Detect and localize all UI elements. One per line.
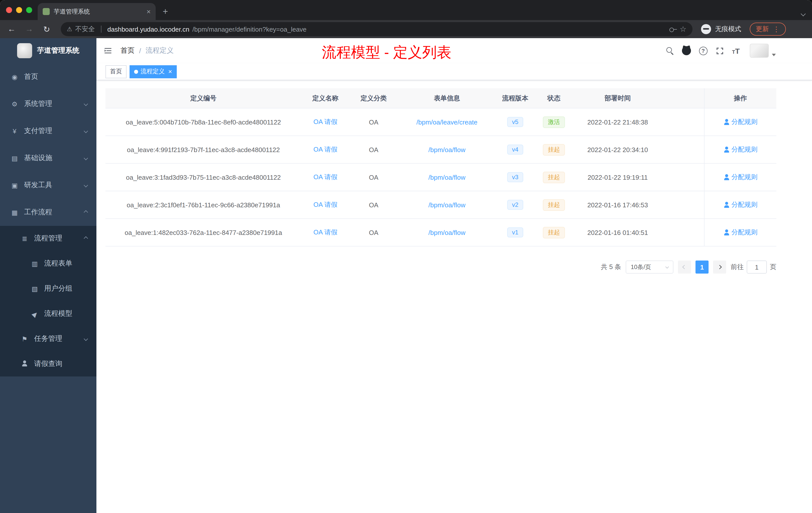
- password-key-icon[interactable]: [669, 25, 677, 33]
- flag-icon: ⚑: [20, 335, 29, 342]
- pagination: 共 5 条 10条/页 1 前往 页: [106, 261, 776, 274]
- user-icon: [723, 174, 729, 180]
- user-icon: [723, 119, 729, 125]
- github-icon[interactable]: [682, 46, 691, 55]
- main-area: 首页 / 流程定义 流程模型 - 定义列表 ? TT: [96, 38, 812, 513]
- help-icon[interactable]: ?: [699, 47, 707, 55]
- browser-toolbar: ← → ↻ ⚠ 不安全 dashboard.yudao.iocoder.cn /…: [0, 20, 812, 38]
- breadcrumb-home[interactable]: 首页: [120, 46, 135, 55]
- bookmark-star-icon[interactable]: ☆: [680, 25, 687, 34]
- minimize-window-button[interactable]: [16, 7, 22, 13]
- forward-button[interactable]: →: [24, 25, 35, 34]
- address-bar[interactable]: ⚠ 不安全 dashboard.yudao.iocoder.cn /bpm/ma…: [61, 22, 693, 36]
- workflow-submenu: ≣ 流程管理 ▥ 流程表单 ▧ 用户分组 ▶ 流程模型 ⚑: [0, 226, 96, 376]
- column-header: 定义分类: [349, 88, 398, 108]
- deploy-time-cell: 2022-01-22 21:48:38: [574, 109, 662, 135]
- sidebar: 芋道管理系统 ◉ 首页 ⚙ 系统管理 ¥ 支付管理 ▤ 基础设施: [0, 38, 96, 513]
- status-badge: 激活: [543, 116, 565, 128]
- toolbox-icon: ▣: [10, 181, 19, 189]
- reload-button[interactable]: ↻: [41, 24, 52, 34]
- close-window-button[interactable]: [6, 7, 12, 13]
- yen-icon: ¥: [10, 127, 19, 135]
- deploy-time-cell: 2022-01-22 20:34:10: [574, 136, 662, 163]
- page-1-button[interactable]: 1: [696, 261, 708, 274]
- assign-rule-link[interactable]: 分配规则: [723, 173, 757, 182]
- definition-name-link[interactable]: OA 请假: [313, 200, 337, 209]
- hamburger-icon[interactable]: [104, 46, 113, 55]
- window-controls: [6, 7, 32, 13]
- security-label[interactable]: 不安全: [75, 25, 95, 34]
- breadcrumb: 首页 / 流程定义: [120, 46, 174, 55]
- browser-menu-icon[interactable]: ⋮: [773, 25, 780, 33]
- form-info-link[interactable]: /bpm/oa/flow: [428, 174, 465, 181]
- tab-search-chevron-icon[interactable]: [802, 8, 805, 18]
- assign-rule-link[interactable]: 分配规则: [723, 200, 757, 209]
- font-size-icon[interactable]: TT: [732, 47, 740, 55]
- sidebar-item-user-group[interactable]: ▧ 用户分组: [0, 276, 96, 301]
- column-header: 定义名称: [301, 88, 349, 108]
- version-badge: v5: [507, 117, 523, 127]
- sidebar-logo[interactable]: 芋道管理系统: [0, 38, 96, 63]
- form-info-link[interactable]: /bpm/oa/flow: [428, 229, 465, 236]
- table-row: oa_leave:4:991f2193-7b7f-11ec-a3c8-acde4…: [106, 136, 776, 163]
- form-info-link[interactable]: /bpm/oa/flow: [428, 201, 465, 209]
- sidebar-item-dev-tools[interactable]: ▣ 研发工具: [0, 172, 96, 199]
- tag-close-icon[interactable]: ×: [168, 68, 172, 75]
- fullscreen-icon[interactable]: [715, 47, 724, 55]
- tab-title: 芋道管理系统: [54, 7, 143, 16]
- sidebar-item-payment-management[interactable]: ¥ 支付管理: [0, 117, 96, 145]
- sidebar-item-infrastructure[interactable]: ▤ 基础设施: [0, 145, 96, 172]
- form-info-link[interactable]: /bpm/oa/leave/create: [416, 118, 477, 126]
- tag-home[interactable]: 首页: [106, 65, 126, 78]
- browser-tab[interactable]: 芋道管理系统 ×: [38, 3, 156, 20]
- goto-page-input[interactable]: [747, 261, 767, 274]
- page-size-select[interactable]: 10条/页: [626, 261, 673, 274]
- status-badge: 挂起: [543, 227, 565, 238]
- navbar-actions: ? TT: [666, 44, 776, 58]
- form-info-link[interactable]: /bpm/oa/flow: [428, 146, 465, 153]
- definition-name-link[interactable]: OA 请假: [313, 173, 337, 182]
- tag-process-definition[interactable]: 流程定义 ×: [129, 65, 176, 78]
- logo-avatar: [17, 43, 32, 58]
- goto-suffix: 页: [770, 263, 776, 272]
- definition-name-link[interactable]: OA 请假: [313, 228, 337, 237]
- sidebar-item-process-management[interactable]: ≣ 流程管理: [0, 226, 96, 251]
- browser-update-button[interactable]: 更新 ⋮: [750, 23, 786, 36]
- sidebar-item-process-form[interactable]: ▥ 流程表单: [0, 251, 96, 276]
- prev-page-button[interactable]: [678, 261, 691, 274]
- definition-category-cell: OA: [349, 109, 398, 135]
- sidebar-item-process-model[interactable]: ▶ 流程模型: [0, 301, 96, 326]
- back-button[interactable]: ←: [6, 25, 17, 34]
- chevron-down-icon: [84, 337, 88, 341]
- goto-page: 前往 页: [731, 261, 776, 274]
- column-header: 操作: [704, 88, 776, 108]
- chevron-down-icon: [84, 156, 88, 160]
- definition-name-link[interactable]: OA 请假: [313, 145, 337, 154]
- definition-table: 定义编号 定义名称 定义分类 表单信息 流程版本 状态 部署时间 操作 oa_l…: [106, 88, 776, 246]
- sidebar-item-leave-query[interactable]: 请假查询: [0, 351, 96, 376]
- new-tab-button[interactable]: +: [163, 3, 168, 20]
- search-icon[interactable]: [666, 47, 674, 55]
- user-icon: [723, 230, 729, 235]
- table-row: oa_leave:3:1fad3d93-7b75-11ec-a3c8-acde4…: [106, 163, 776, 191]
- deploy-time-cell: 2022-01-22 19:19:11: [574, 163, 662, 191]
- user-icon: [723, 202, 729, 208]
- tab-close-icon[interactable]: ×: [147, 7, 151, 16]
- sidebar-item-system-management[interactable]: ⚙ 系统管理: [0, 90, 96, 117]
- sidebar-item-task-management[interactable]: ⚑ 任务管理: [0, 326, 96, 351]
- document-icon: ▥: [30, 260, 39, 267]
- assign-rule-link[interactable]: 分配规则: [723, 117, 757, 126]
- sidebar-item-workflow[interactable]: ▦ 工作流程: [0, 199, 96, 226]
- chevron-down-icon: [665, 265, 669, 268]
- definition-name-link[interactable]: OA 请假: [313, 117, 337, 126]
- next-page-button[interactable]: [713, 261, 726, 274]
- chevron-up-icon: [84, 236, 88, 241]
- sidebar-item-home[interactable]: ◉ 首页: [0, 63, 96, 90]
- table-row: oa_leave:2:3c1f0ef1-76b1-11ec-9c66-a2380…: [106, 191, 776, 219]
- zoom-window-button[interactable]: [26, 7, 32, 13]
- chevron-down-icon: [84, 102, 88, 106]
- assign-rule-link[interactable]: 分配规则: [723, 228, 757, 237]
- assign-rule-link[interactable]: 分配规则: [723, 145, 757, 154]
- version-badge: v1: [507, 228, 523, 237]
- user-avatar-menu[interactable]: [750, 44, 776, 58]
